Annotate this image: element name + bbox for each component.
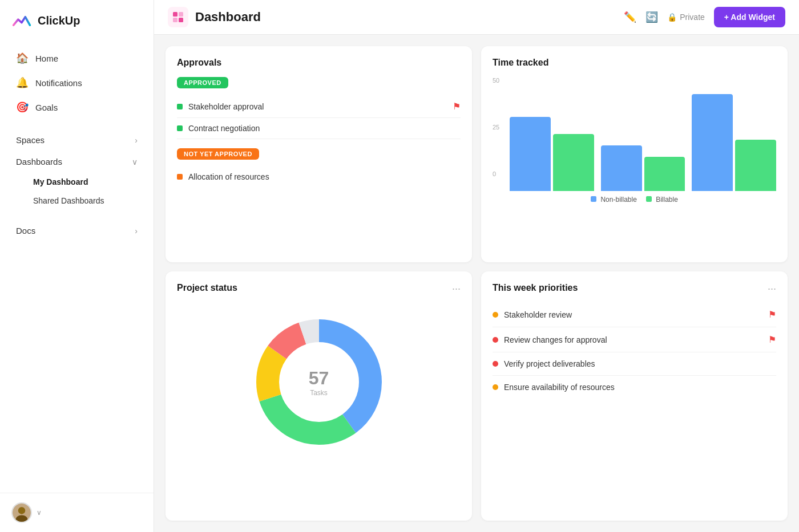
bar-blue-1 [510,117,551,191]
priority-item-1[interactable]: Review changes for approval ⚑ [493,327,776,352]
grid-icon [172,11,184,23]
dashboard-header-icon [168,7,188,27]
chevron-down-icon: ∨ [132,157,138,166]
bar-blue-3 [692,94,733,191]
y-axis: 50 25 0 [493,77,499,177]
sidebar-item-dashboards[interactable]: Dashboards ∨ [5,151,149,172]
green-dot-2 [177,125,183,131]
bar-blue-2 [601,145,642,191]
approval-item-contract-label: Contract negotiation [188,124,260,133]
sidebar-item-docs-label: Docs [16,226,35,235]
bar-green-1 [553,134,594,191]
donut-number: 57 [309,368,329,389]
sidebar-item-shared-dashboards[interactable]: Shared Dashboards [5,192,149,210]
page-title: Dashboard [195,10,261,25]
sidebar-item-dashboards-label: Dashboards [16,157,62,166]
approval-item-allocation-label: Allocation of resources [188,172,269,181]
sidebar-item-goals[interactable]: 🎯 Goals [5,95,149,119]
project-status-menu[interactable]: ··· [452,283,461,295]
bar-chart: 50 25 0 [493,77,776,191]
chevron-right-icon: › [135,136,138,145]
sidebar-item-notifications[interactable]: 🔔 Notifications [5,71,149,95]
avatar-image [13,503,31,522]
sidebar-item-docs[interactable]: Docs › [5,220,149,241]
priority-item-3[interactable]: Ensure availability of resources [493,376,776,399]
legend-billable: Billable [646,196,678,204]
y-label-25: 25 [493,124,499,131]
priority-label-1: Review changes for approval [504,335,607,344]
sidebar-item-shared-dashboards-label: Shared Dashboards [33,196,104,205]
sidebar-nav: 🏠 Home 🔔 Notifications 🎯 Goals Spaces › … [0,41,154,493]
dashboard-grid: Approvals APPROVED Stakeholder approval … [154,35,799,532]
approval-item-stakeholder[interactable]: Stakeholder approval ⚑ [177,95,461,118]
sidebar-item-my-dashboard-label: My Dashboard [33,177,88,186]
priorities-menu[interactable]: ··· [768,283,776,295]
refresh-icon[interactable]: 🔄 [645,11,658,23]
legend-dot-green [646,196,652,202]
flag-icon-1: ⚑ [453,101,461,112]
priority-dot-3 [493,384,498,390]
project-status-widget: ··· Project status 5 [166,271,472,521]
y-label-50: 50 [493,77,499,84]
y-label-0: 0 [493,170,499,177]
avatar-chevron-icon: ∨ [37,509,42,517]
legend-non-billable-label: Non-billable [600,196,636,204]
svg-rect-3 [173,12,177,17]
goals-icon: 🎯 [16,101,29,113]
privacy-indicator: 🔒 Private [667,13,705,22]
approved-badge: APPROVED [177,77,228,88]
header-actions: ✏️ 🔄 🔒 Private + Add Widget [624,7,785,27]
time-tracked-title: Time tracked [493,58,776,68]
home-icon: 🏠 [16,52,29,64]
sidebar-item-spaces-label: Spaces [16,135,45,145]
donut-center: 57 Tasks [309,368,329,397]
chevron-right-icon-docs: › [135,226,138,235]
legend-non-billable: Non-billable [591,196,637,204]
svg-rect-5 [173,18,177,22]
bar-group-1 [510,117,594,191]
priority-item-0[interactable]: Stakeholder review ⚑ [493,302,776,327]
sidebar-item-goals-label: Goals [35,103,58,112]
bar-green-3 [735,140,776,191]
not-approved-badge: NOT YET APPROVED [177,148,259,160]
priority-label-2: Verify project deliverables [504,359,595,368]
sidebar-item-my-dashboard[interactable]: My Dashboard [5,173,149,191]
lock-icon: 🔒 [667,13,677,22]
approvals-title: Approvals [177,58,461,68]
bar-green-2 [644,157,685,191]
sidebar: ClickUp 🏠 Home 🔔 Notifications 🎯 Goals S… [0,0,154,532]
bell-icon: 🔔 [16,76,29,89]
priority-label-3: Ensure availability of resources [504,383,615,392]
add-widget-button[interactable]: + Add Widget [714,7,785,27]
orange-dot-1 [177,174,183,180]
avatar-row[interactable]: ∨ [11,502,142,523]
priority-flag-0: ⚑ [768,309,776,320]
approval-item-allocation[interactable]: Allocation of resources [177,166,461,187]
priority-dot-1 [493,337,498,343]
svg-rect-6 [179,18,183,22]
approval-item-stakeholder-label: Stakeholder approval [188,102,264,111]
priority-item-2[interactable]: Verify project deliverables [493,352,776,376]
sidebar-bottom: ∨ [0,493,154,532]
priority-dot-2 [493,361,498,367]
sidebar-item-notifications-label: Notifications [35,78,82,88]
svg-rect-4 [179,12,183,17]
logo: ClickUp [0,0,154,41]
approvals-widget: Approvals APPROVED Stakeholder approval … [166,46,472,262]
approval-item-contract[interactable]: Contract negotiation [177,118,461,139]
main-area: Dashboard ✏️ 🔄 🔒 Private + Add Widget Ap… [154,0,799,532]
privacy-label-text: Private [680,13,705,22]
priority-dot-0 [493,312,498,318]
priority-label-0: Stakeholder review [504,310,572,319]
pencil-icon[interactable]: ✏️ [624,11,636,23]
donut-label: Tasks [309,389,329,397]
green-dot-1 [177,104,183,109]
sidebar-item-home[interactable]: 🏠 Home [5,46,149,70]
priorities-widget: ··· This week priorities Stakeholder rev… [481,271,788,521]
svg-point-1 [18,507,25,514]
sidebar-item-spaces[interactable]: Spaces › [5,129,149,151]
legend-dot-blue [591,196,596,202]
header: Dashboard ✏️ 🔄 🔒 Private + Add Widget [154,0,799,35]
priorities-title: This week priorities [493,283,776,293]
avatar [11,502,32,523]
